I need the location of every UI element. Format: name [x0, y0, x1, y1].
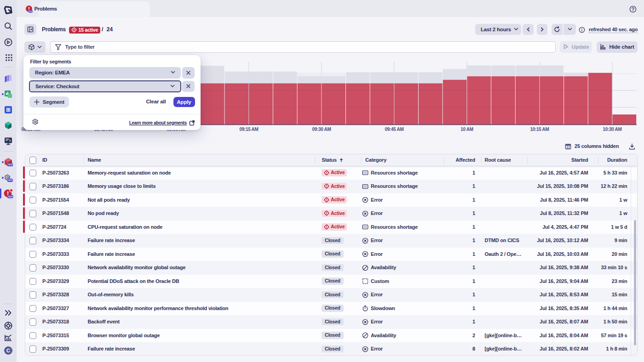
svg-text:NEW: NEW: [29, 11, 33, 12]
svg-text:NEW: NEW: [8, 179, 13, 181]
svg-text:C: C: [6, 348, 10, 353]
svg-text:NEW: NEW: [8, 164, 13, 166]
svg-text:NEW: NEW: [8, 196, 13, 198]
